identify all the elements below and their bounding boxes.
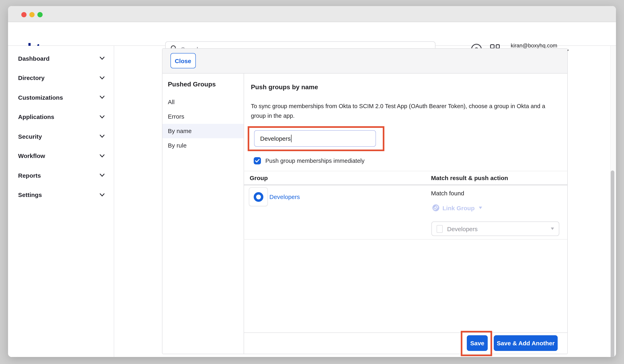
page: okta ? kiran@boxyhq.com okta-dev-2090126… bbox=[0, 0, 624, 364]
sidebar-item-settings[interactable]: Settings bbox=[8, 185, 114, 205]
window-minimize-icon[interactable] bbox=[29, 12, 34, 17]
tab-errors[interactable]: Errors bbox=[162, 109, 244, 124]
app-header: okta ? kiran@boxyhq.com okta-dev-2090126… bbox=[8, 22, 616, 46]
app-group-value: Developers bbox=[447, 225, 546, 232]
chevron-down-icon bbox=[100, 96, 104, 99]
sidebar-item-label: Security bbox=[18, 133, 42, 140]
sidebar-item-customizations[interactable]: Customizations bbox=[8, 88, 114, 107]
chevron-down-icon bbox=[100, 174, 104, 177]
save-add-another-button[interactable]: Save & Add Another bbox=[494, 335, 558, 351]
caret-down-icon bbox=[551, 228, 554, 230]
text-cursor bbox=[291, 135, 292, 142]
sidebar-item-label: Reports bbox=[18, 172, 41, 179]
sidebar-item-reports[interactable]: Reports bbox=[8, 166, 114, 185]
link-group-label: Link Group bbox=[442, 205, 475, 211]
tab-label: All bbox=[168, 99, 175, 105]
sidebar-item-workflow[interactable]: Workflow bbox=[8, 146, 114, 166]
link-icon bbox=[432, 204, 439, 211]
chevron-down-icon bbox=[100, 193, 104, 197]
tab-label: By name bbox=[168, 128, 192, 134]
group-donut-icon bbox=[254, 192, 263, 202]
row-bottom-border bbox=[244, 239, 567, 240]
window-close-icon[interactable] bbox=[21, 12, 26, 17]
chevron-down-icon bbox=[100, 57, 104, 60]
sidebar-nav: Dashboard Directory Customizations Appli… bbox=[8, 46, 114, 357]
column-header-match: Match result & push action bbox=[431, 175, 508, 181]
close-button[interactable]: Close bbox=[170, 53, 196, 68]
save-button[interactable]: Save bbox=[467, 335, 488, 351]
group-name-input[interactable]: Developers bbox=[254, 130, 376, 147]
sidebar-item-label: Dashboard bbox=[18, 55, 50, 62]
link-group-button[interactable]: Link Group bbox=[432, 204, 482, 211]
tab-by-name[interactable]: By name bbox=[162, 124, 244, 138]
window-zoom-icon[interactable] bbox=[37, 12, 42, 17]
table-top-border bbox=[244, 171, 567, 171]
push-groups-panel: Close Pushed Groups All Errors By name B… bbox=[162, 48, 568, 354]
sidebar-divider bbox=[114, 46, 114, 357]
tab-all[interactable]: All bbox=[162, 95, 244, 109]
group-name-link[interactable]: Developers bbox=[269, 193, 300, 200]
app-window: okta ? kiran@boxyhq.com okta-dev-2090126… bbox=[8, 6, 616, 357]
check-icon bbox=[255, 159, 260, 163]
scrollbar-track[interactable] bbox=[610, 46, 615, 357]
chevron-down-icon bbox=[100, 115, 104, 119]
grid-square bbox=[490, 44, 494, 49]
sidebar-item-label: Applications bbox=[18, 114, 54, 120]
footer-divider bbox=[244, 333, 567, 333]
chevron-down-icon bbox=[100, 135, 104, 138]
push-immediately-label: Push group memberships immediately bbox=[265, 157, 364, 164]
chevron-down-icon bbox=[100, 154, 104, 157]
caret-down-icon bbox=[479, 207, 482, 209]
tab-by-rule[interactable]: By rule bbox=[162, 138, 244, 153]
subnav-divider bbox=[244, 74, 244, 354]
sidebar-item-security[interactable]: Security bbox=[8, 127, 114, 146]
sidebar-item-dashboard[interactable]: Dashboard bbox=[8, 49, 114, 68]
push-immediately-checkbox[interactable] bbox=[254, 157, 261, 164]
column-header-group: Group bbox=[250, 175, 268, 181]
grid-square bbox=[495, 44, 500, 49]
sidebar-item-directory[interactable]: Directory bbox=[8, 68, 114, 88]
section-description: To sync group memberships from Okta to S… bbox=[251, 101, 552, 121]
pushed-groups-title: Pushed Groups bbox=[168, 81, 216, 88]
sidebar-item-label: Settings bbox=[18, 192, 42, 198]
app-group-dropdown[interactable]: Developers bbox=[431, 222, 559, 236]
scrollbar-thumb[interactable] bbox=[611, 170, 614, 357]
table-header-border bbox=[244, 184, 567, 185]
panel-toolbar: Close bbox=[162, 49, 567, 74]
match-status: Match found bbox=[431, 190, 464, 197]
tab-label: By rule bbox=[168, 142, 186, 149]
group-name-value: Developers bbox=[260, 135, 291, 142]
sidebar-item-applications[interactable]: Applications bbox=[8, 107, 114, 127]
tab-label: Errors bbox=[168, 113, 184, 120]
section-heading: Push groups by name bbox=[251, 84, 318, 91]
group-avatar bbox=[249, 187, 268, 206]
sidebar-item-label: Customizations bbox=[18, 94, 63, 101]
app-group-icon bbox=[437, 225, 443, 233]
window-titlebar bbox=[8, 6, 616, 22]
sidebar-item-label: Directory bbox=[18, 75, 45, 81]
sidebar-item-label: Workflow bbox=[18, 153, 45, 159]
chevron-down-icon bbox=[100, 76, 104, 79]
